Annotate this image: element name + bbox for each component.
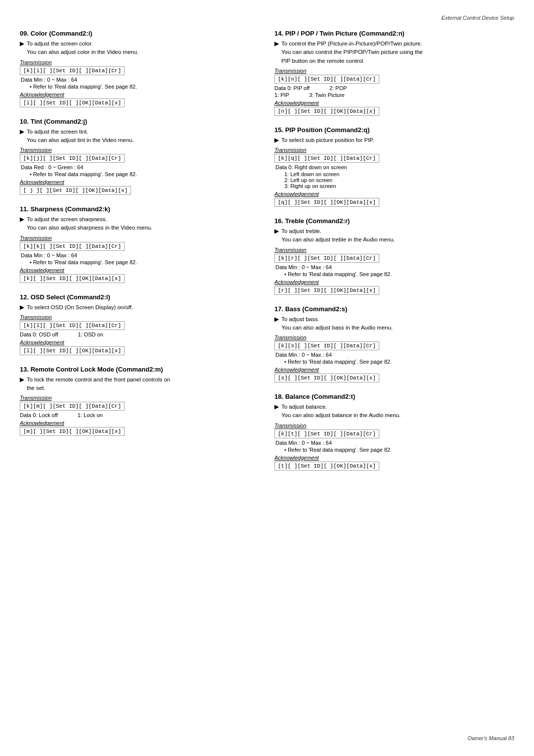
transmission-code-sec09: [k][i][ ][Set ID][ ][Data][Cr] (20, 66, 125, 75)
transmission-label-sec17: Transmission (274, 334, 514, 340)
transmission-code-sec14: [k][n][ ][Set ID][ ][Data][Cr] (274, 75, 379, 84)
section-bullet-sec16: ▶To adjust treble.You can also adjust tr… (274, 227, 514, 244)
transmission-code-sec12: [k][l][ ][Set ID][ ][Data][Cr] (20, 321, 125, 330)
ack-label-sec13: Acknowledgement (20, 420, 260, 426)
section-bullet-sec13: ▶To lock the remote control and the fron… (20, 376, 260, 393)
section-title-sec11: 11. Sharpness (Command2:k) (20, 205, 260, 213)
data-line-2-sec15: 2: Left up on screen (284, 177, 514, 183)
bullet-text-content: To adjust the screen color.You can also … (27, 40, 138, 57)
bullet-text-content: To adjust bass.You can also adjust bass … (281, 315, 393, 332)
bullet-text-content: To adjust the screen tint.You can also a… (27, 128, 134, 145)
bullet-text-content: To select sub picture position for PIP. (281, 136, 374, 144)
data-item-2a: 1: PIP (274, 92, 289, 98)
transmission-code-sec18: [k][t][ ][Set ID][ ][Data][Cr] (274, 429, 379, 438)
transmission-code-sec11: [k][k][ ][Set ID][ ][Data][Cr] (20, 242, 125, 251)
section-bullet-sec15: ▶To select sub picture position for PIP. (274, 136, 514, 144)
arrow-icon: ▶ (20, 303, 24, 312)
data-sub-0-sec09: Refer to 'Real data mapping'. See page 8… (30, 84, 260, 90)
transmission-label-sec11: Transmission (20, 235, 260, 241)
section-title-sec12: 12. OSD Select (Command2:l) (20, 293, 260, 301)
section-title-sec16: 16. Treble (Command2:r) (274, 217, 514, 225)
arrow-icon: ▶ (274, 315, 279, 324)
data-item-2: 1: OSD on (78, 331, 103, 337)
section-title-sec14: 14. PIP / POP / Twin Picture (Command2:n… (274, 30, 514, 37)
ack-label-sec11: Acknowledgement (20, 267, 260, 273)
data-line-sec16: Data Min : 0 ~ Max : 64 (275, 264, 514, 270)
ack-label-sec10: Acknowledgement (20, 179, 260, 185)
data-line-0-sec15: Data 0: Right down on screen (275, 164, 514, 170)
data-line-sec09: Data Min : 0 ~ Max : 64 (21, 77, 260, 83)
bullet-text-content: To adjust the screen sharpness.You can a… (27, 215, 152, 233)
section-title-sec09: 09. Color (Command2:i) (20, 30, 260, 37)
section-title-sec18: 18. Balance (Command2:t) (274, 393, 514, 400)
data-line-sec18: Data Min : 0 ~ Max : 64 (275, 440, 514, 446)
ack-code-sec12: [l][ ][Set ID][ ][OK][Data][x] (20, 346, 125, 355)
page: External Control Device Setup 09. Color … (0, 0, 534, 756)
section-sec12: 12. OSD Select (Command2:l)▶To select OS… (20, 293, 260, 357)
section-title-sec13: 13. Remote Control Lock Mode (Command2:m… (20, 366, 260, 373)
ack-label-sec17: Acknowledgement (274, 367, 514, 373)
section-bullet-sec10: ▶To adjust the screen tint.You can also … (20, 128, 260, 145)
transmission-code-sec16: [k][r][ ][Set ID][ ][Data][Cr] (274, 254, 379, 263)
ack-code-sec14: [n][ ][Set ID][ ][OK][Data][x] (274, 107, 379, 116)
transmission-label-sec10: Transmission (20, 147, 260, 153)
bullet-text-content: To adjust treble.You can also adjust tre… (281, 227, 395, 244)
data-sub-0-sec17: Refer to 'Real data mapping'. See page 8… (284, 359, 514, 365)
data-line-sec11: Data Min : 0 ~ Max : 64 (21, 252, 260, 258)
transmission-label-sec16: Transmission (274, 247, 514, 253)
data-row-sec12: Data 0: OSD off1: OSD on (20, 331, 260, 337)
data-item-2b: 3: Twin Picture (309, 92, 345, 98)
data-sub-0-sec11: Refer to 'Real data mapping'. See page 8… (30, 259, 260, 265)
ack-code-sec15: [q][ ][Set ID][ ][OK][Data][x] (274, 198, 379, 207)
arrow-icon: ▶ (274, 403, 279, 411)
ack-label-sec14: Acknowledgement (274, 100, 514, 106)
transmission-code-sec17: [k][s][ ][Set ID][ ][Data][Cr] (274, 341, 379, 350)
transmission-label-sec14: Transmission (274, 68, 514, 74)
section-sec09: 09. Color (Command2:i)▶To adjust the scr… (20, 30, 260, 109)
ack-code-sec17: [s][ ][Set ID][ ][OK][Data][x] (274, 374, 379, 382)
transmission-code-sec13: [k][m][ ][Set ID][ ][Data][Cr] (20, 402, 125, 411)
page-footer: Owner's Manual 83 (468, 735, 514, 741)
data-item-1b: 2: POP (329, 85, 347, 91)
arrow-icon: ▶ (20, 215, 24, 224)
bullet-text-content: To adjust balance.You can also adjust ba… (281, 403, 400, 420)
arrow-icon: ▶ (20, 40, 24, 48)
section-title-sec15: 15. PIP Position (Command2:q) (274, 126, 514, 134)
data-item-2: 1: Lock on (78, 412, 103, 418)
transmission-label-sec09: Transmission (20, 59, 260, 65)
ack-label-sec15: Acknowledgement (274, 191, 514, 197)
data-row-sec13: Data 0: Lock off1: Lock on (20, 412, 260, 418)
arrow-icon: ▶ (20, 128, 24, 136)
section-sec18: 18. Balance (Command2:t)▶To adjust balan… (274, 393, 514, 472)
section-bullet-sec11: ▶To adjust the screen sharpness.You can … (20, 215, 260, 233)
data-item-1: Data 0: Lock off (20, 412, 58, 418)
data-line-3-sec15: 3: Right up on screen (284, 183, 514, 189)
ack-code-sec16: [r][ ][Set ID][ ][OK][Data][x] (274, 286, 379, 295)
transmission-code-sec15: [k][q][ ][Set ID][ ][Data][Cr] (274, 154, 379, 163)
ack-label-sec09: Acknowledgement (20, 92, 260, 97)
data-line-sec10: Data Red : 0 ~ Green : 64 (21, 164, 260, 170)
section-bullet-sec12: ▶To select OSD (On Screen Display) on/of… (20, 303, 260, 312)
bullet-text-content: To control the PIP (Picture-in-Picture)/… (281, 40, 423, 65)
data-row2-sec14: 1: PIP3: Twin Picture (274, 92, 514, 98)
ack-code-sec18: [t][ ][Set ID][ ][OK][Data][x] (274, 462, 379, 471)
section-sec16: 16. Treble (Command2:r)▶To adjust treble… (274, 217, 514, 296)
page-header: External Control Device Setup (20, 15, 514, 21)
bullet-text-content: To lock the remote control and the front… (27, 376, 170, 393)
data-line-1-sec15: 1: Left down on screen (284, 171, 514, 177)
data-item-1: Data 0: OSD off (20, 331, 58, 337)
section-title-sec10: 10. Tint (Command2:j) (20, 118, 260, 125)
data-sub-0-sec18: Refer to 'Real data mapping'. See page 8… (284, 447, 514, 453)
ack-code-sec09: [i][ ][Set ID][ ][OK][Data][x] (20, 98, 125, 107)
ack-code-sec11: [k][ ][Set ID][ ][OK][Data][x] (20, 274, 125, 283)
ack-label-sec18: Acknowledgement (274, 455, 514, 461)
data-row1-sec14: Data 0: PIP off2: POP (274, 85, 514, 91)
main-content: 09. Color (Command2:i)▶To adjust the scr… (20, 30, 514, 481)
transmission-label-sec15: Transmission (274, 147, 514, 153)
section-sec17: 17. Bass (Command2:s)▶To adjust bass.You… (274, 305, 514, 384)
transmission-label-sec18: Transmission (274, 423, 514, 428)
ack-code-sec10: [ j ][ ][Set ID][ ][OK][Data][x] (20, 186, 131, 195)
data-item-1a: Data 0: PIP off (274, 85, 310, 91)
data-sub-0-sec16: Refer to 'Real data mapping'. See page 8… (284, 271, 514, 277)
ack-code-sec13: [m][ ][Set ID][ ][OK][Data][x] (20, 427, 125, 436)
